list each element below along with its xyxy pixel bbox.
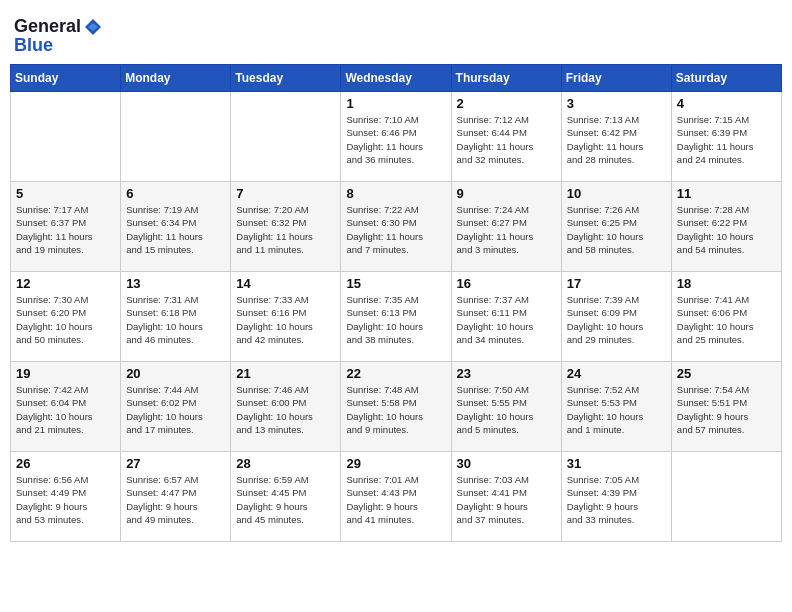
day-info: Sunrise: 7:20 AM Sunset: 6:32 PM Dayligh… — [236, 203, 335, 256]
day-info: Sunrise: 7:33 AM Sunset: 6:16 PM Dayligh… — [236, 293, 335, 346]
day-number: 3 — [567, 96, 666, 111]
day-number: 17 — [567, 276, 666, 291]
calendar-cell: 3Sunrise: 7:13 AM Sunset: 6:42 PM Daylig… — [561, 92, 671, 182]
day-of-week-header: Thursday — [451, 65, 561, 92]
day-number: 19 — [16, 366, 115, 381]
day-info: Sunrise: 6:57 AM Sunset: 4:47 PM Dayligh… — [126, 473, 225, 526]
calendar-cell: 16Sunrise: 7:37 AM Sunset: 6:11 PM Dayli… — [451, 272, 561, 362]
day-info: Sunrise: 7:22 AM Sunset: 6:30 PM Dayligh… — [346, 203, 445, 256]
day-info: Sunrise: 7:44 AM Sunset: 6:02 PM Dayligh… — [126, 383, 225, 436]
day-number: 12 — [16, 276, 115, 291]
day-number: 13 — [126, 276, 225, 291]
calendar-cell: 11Sunrise: 7:28 AM Sunset: 6:22 PM Dayli… — [671, 182, 781, 272]
day-info: Sunrise: 7:17 AM Sunset: 6:37 PM Dayligh… — [16, 203, 115, 256]
calendar-cell: 8Sunrise: 7:22 AM Sunset: 6:30 PM Daylig… — [341, 182, 451, 272]
day-number: 2 — [457, 96, 556, 111]
calendar-cell: 14Sunrise: 7:33 AM Sunset: 6:16 PM Dayli… — [231, 272, 341, 362]
day-info: Sunrise: 6:59 AM Sunset: 4:45 PM Dayligh… — [236, 473, 335, 526]
day-number: 5 — [16, 186, 115, 201]
calendar-cell: 25Sunrise: 7:54 AM Sunset: 5:51 PM Dayli… — [671, 362, 781, 452]
day-number: 8 — [346, 186, 445, 201]
calendar-cell: 18Sunrise: 7:41 AM Sunset: 6:06 PM Dayli… — [671, 272, 781, 362]
day-number: 11 — [677, 186, 776, 201]
day-info: Sunrise: 7:41 AM Sunset: 6:06 PM Dayligh… — [677, 293, 776, 346]
day-number: 23 — [457, 366, 556, 381]
calendar-cell: 28Sunrise: 6:59 AM Sunset: 4:45 PM Dayli… — [231, 452, 341, 542]
day-number: 1 — [346, 96, 445, 111]
calendar-cell: 2Sunrise: 7:12 AM Sunset: 6:44 PM Daylig… — [451, 92, 561, 182]
calendar-cell — [671, 452, 781, 542]
day-info: Sunrise: 7:31 AM Sunset: 6:18 PM Dayligh… — [126, 293, 225, 346]
calendar-cell: 15Sunrise: 7:35 AM Sunset: 6:13 PM Dayli… — [341, 272, 451, 362]
logo-general-text: General — [14, 16, 81, 37]
day-info: Sunrise: 7:50 AM Sunset: 5:55 PM Dayligh… — [457, 383, 556, 436]
day-number: 31 — [567, 456, 666, 471]
day-number: 24 — [567, 366, 666, 381]
day-info: Sunrise: 7:35 AM Sunset: 6:13 PM Dayligh… — [346, 293, 445, 346]
day-number: 22 — [346, 366, 445, 381]
calendar-cell: 9Sunrise: 7:24 AM Sunset: 6:27 PM Daylig… — [451, 182, 561, 272]
day-number: 7 — [236, 186, 335, 201]
day-number: 9 — [457, 186, 556, 201]
calendar-week-row: 26Sunrise: 6:56 AM Sunset: 4:49 PM Dayli… — [11, 452, 782, 542]
calendar-cell: 5Sunrise: 7:17 AM Sunset: 6:37 PM Daylig… — [11, 182, 121, 272]
logo-blue-text: Blue — [14, 35, 53, 56]
calendar-cell: 21Sunrise: 7:46 AM Sunset: 6:00 PM Dayli… — [231, 362, 341, 452]
calendar-cell: 13Sunrise: 7:31 AM Sunset: 6:18 PM Dayli… — [121, 272, 231, 362]
day-number: 25 — [677, 366, 776, 381]
day-info: Sunrise: 6:56 AM Sunset: 4:49 PM Dayligh… — [16, 473, 115, 526]
calendar-cell: 12Sunrise: 7:30 AM Sunset: 6:20 PM Dayli… — [11, 272, 121, 362]
calendar-cell: 29Sunrise: 7:01 AM Sunset: 4:43 PM Dayli… — [341, 452, 451, 542]
day-number: 4 — [677, 96, 776, 111]
day-number: 30 — [457, 456, 556, 471]
calendar-cell: 24Sunrise: 7:52 AM Sunset: 5:53 PM Dayli… — [561, 362, 671, 452]
day-number: 20 — [126, 366, 225, 381]
day-info: Sunrise: 7:28 AM Sunset: 6:22 PM Dayligh… — [677, 203, 776, 256]
calendar-cell: 6Sunrise: 7:19 AM Sunset: 6:34 PM Daylig… — [121, 182, 231, 272]
day-info: Sunrise: 7:46 AM Sunset: 6:00 PM Dayligh… — [236, 383, 335, 436]
calendar-cell: 19Sunrise: 7:42 AM Sunset: 6:04 PM Dayli… — [11, 362, 121, 452]
day-info: Sunrise: 7:15 AM Sunset: 6:39 PM Dayligh… — [677, 113, 776, 166]
calendar-cell: 31Sunrise: 7:05 AM Sunset: 4:39 PM Dayli… — [561, 452, 671, 542]
calendar-header-row: SundayMondayTuesdayWednesdayThursdayFrid… — [11, 65, 782, 92]
calendar-cell — [121, 92, 231, 182]
day-number: 15 — [346, 276, 445, 291]
page-header: General Blue — [10, 10, 782, 56]
day-of-week-header: Monday — [121, 65, 231, 92]
day-info: Sunrise: 7:24 AM Sunset: 6:27 PM Dayligh… — [457, 203, 556, 256]
day-of-week-header: Saturday — [671, 65, 781, 92]
calendar-cell: 30Sunrise: 7:03 AM Sunset: 4:41 PM Dayli… — [451, 452, 561, 542]
day-info: Sunrise: 7:10 AM Sunset: 6:46 PM Dayligh… — [346, 113, 445, 166]
day-of-week-header: Friday — [561, 65, 671, 92]
calendar-week-row: 5Sunrise: 7:17 AM Sunset: 6:37 PM Daylig… — [11, 182, 782, 272]
day-info: Sunrise: 7:52 AM Sunset: 5:53 PM Dayligh… — [567, 383, 666, 436]
calendar-cell — [231, 92, 341, 182]
day-number: 18 — [677, 276, 776, 291]
day-info: Sunrise: 7:03 AM Sunset: 4:41 PM Dayligh… — [457, 473, 556, 526]
calendar-cell: 10Sunrise: 7:26 AM Sunset: 6:25 PM Dayli… — [561, 182, 671, 272]
day-number: 27 — [126, 456, 225, 471]
day-of-week-header: Sunday — [11, 65, 121, 92]
day-info: Sunrise: 7:19 AM Sunset: 6:34 PM Dayligh… — [126, 203, 225, 256]
day-info: Sunrise: 7:26 AM Sunset: 6:25 PM Dayligh… — [567, 203, 666, 256]
calendar-cell — [11, 92, 121, 182]
day-info: Sunrise: 7:48 AM Sunset: 5:58 PM Dayligh… — [346, 383, 445, 436]
day-info: Sunrise: 7:30 AM Sunset: 6:20 PM Dayligh… — [16, 293, 115, 346]
day-info: Sunrise: 7:39 AM Sunset: 6:09 PM Dayligh… — [567, 293, 666, 346]
calendar-week-row: 1Sunrise: 7:10 AM Sunset: 6:46 PM Daylig… — [11, 92, 782, 182]
calendar-cell: 23Sunrise: 7:50 AM Sunset: 5:55 PM Dayli… — [451, 362, 561, 452]
day-info: Sunrise: 7:54 AM Sunset: 5:51 PM Dayligh… — [677, 383, 776, 436]
logo: General Blue — [14, 16, 103, 56]
day-number: 14 — [236, 276, 335, 291]
calendar-cell: 1Sunrise: 7:10 AM Sunset: 6:46 PM Daylig… — [341, 92, 451, 182]
day-info: Sunrise: 7:42 AM Sunset: 6:04 PM Dayligh… — [16, 383, 115, 436]
calendar-week-row: 12Sunrise: 7:30 AM Sunset: 6:20 PM Dayli… — [11, 272, 782, 362]
day-of-week-header: Wednesday — [341, 65, 451, 92]
day-info: Sunrise: 7:13 AM Sunset: 6:42 PM Dayligh… — [567, 113, 666, 166]
calendar-cell: 4Sunrise: 7:15 AM Sunset: 6:39 PM Daylig… — [671, 92, 781, 182]
day-info: Sunrise: 7:37 AM Sunset: 6:11 PM Dayligh… — [457, 293, 556, 346]
day-of-week-header: Tuesday — [231, 65, 341, 92]
day-number: 29 — [346, 456, 445, 471]
calendar-table: SundayMondayTuesdayWednesdayThursdayFrid… — [10, 64, 782, 542]
day-number: 28 — [236, 456, 335, 471]
